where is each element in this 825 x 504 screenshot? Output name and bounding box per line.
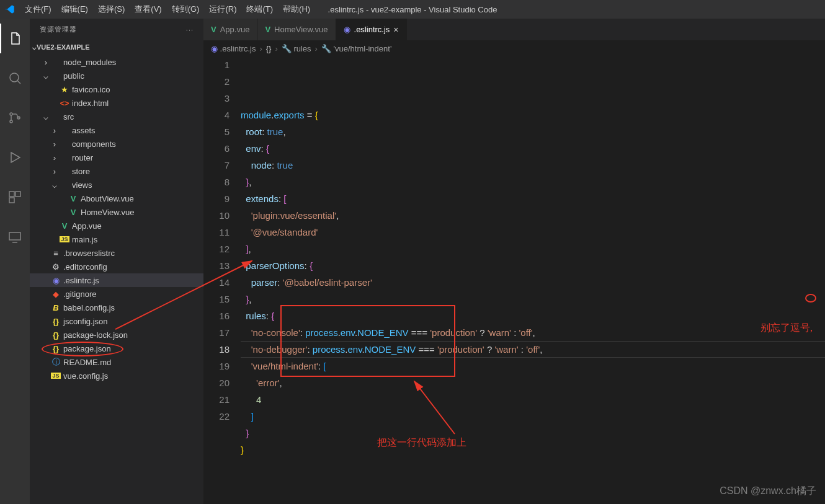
tree-node[interactable]: JSmain.js bbox=[30, 232, 203, 246]
line-number: 20 bbox=[203, 374, 230, 391]
close-icon[interactable]: × bbox=[393, 25, 398, 35]
search-icon[interactable] bbox=[0, 63, 30, 93]
menu-item[interactable]: 转到(G) bbox=[167, 1, 205, 17]
tree-node[interactable]: ›node_modules bbox=[30, 55, 203, 69]
twist-icon: › bbox=[50, 139, 60, 149]
project-header[interactable]: ⌵ VUE2-EXAMPLE bbox=[30, 40, 203, 54]
menu-item[interactable]: 文件(F) bbox=[20, 1, 56, 17]
tree-node[interactable]: ›router bbox=[30, 151, 203, 164]
code-line[interactable]: root: true, bbox=[241, 123, 825, 140]
tree-node[interactable]: ›components bbox=[30, 137, 203, 151]
line-number: 5 bbox=[203, 123, 230, 140]
svg-point-1 bbox=[10, 113, 12, 115]
line-number: 4 bbox=[203, 107, 230, 123]
tree-node[interactable]: ★favicon.ico bbox=[30, 82, 203, 96]
code-line[interactable]: } bbox=[241, 425, 825, 441]
tree-node[interactable]: ⚙.editorconfig bbox=[30, 260, 203, 273]
tree-node[interactable]: {}jsconfig.json bbox=[30, 314, 203, 328]
menu-item[interactable]: 编辑(E) bbox=[56, 1, 93, 17]
tree-node[interactable]: {}package-lock.json bbox=[30, 328, 203, 342]
menu-bar: 文件(F)编辑(E)选择(S)查看(V)转到(G)运行(R)终端(T)帮助(H) bbox=[20, 1, 315, 17]
tree-node[interactable]: JSvue.config.js bbox=[30, 369, 203, 382]
code-line[interactable]: 'vue/html-indent': [ bbox=[241, 358, 825, 374]
tree-label: .editorconfig bbox=[63, 262, 107, 272]
code-line[interactable]: ] bbox=[241, 408, 825, 425]
code-line[interactable]: '@vue/standard' bbox=[241, 224, 825, 241]
code-line[interactable]: } bbox=[241, 441, 825, 458]
editor-tab[interactable]: VApp.vue bbox=[203, 19, 257, 40]
tree-node[interactable]: VApp.vue bbox=[30, 219, 203, 232]
code-lines[interactable]: module.exports = { root: true, env: { no… bbox=[241, 56, 825, 504]
tree-label: src bbox=[63, 112, 74, 122]
code-line[interactable]: node: true bbox=[241, 157, 825, 174]
line-number: 2 bbox=[203, 73, 230, 90]
more-icon[interactable]: ··· bbox=[186, 26, 194, 33]
tree-node[interactable]: ⌵src bbox=[30, 110, 203, 123]
tree-node[interactable]: ⌵public bbox=[30, 69, 203, 82]
tree-node[interactable]: ≡.browserslistrc bbox=[30, 246, 203, 260]
tree-node[interactable]: ›assets bbox=[30, 123, 203, 137]
breadcrumb-item[interactable]: 🔧 rules bbox=[282, 44, 311, 53]
tab-label: .eslintrc.js bbox=[354, 25, 390, 34]
code-editor[interactable]: 12345678910111213141516171819202122 modu… bbox=[203, 56, 825, 504]
explorer-icon[interactable] bbox=[0, 24, 30, 53]
extensions-icon[interactable] bbox=[0, 182, 30, 212]
tree-label: README.md bbox=[63, 358, 111, 367]
sidebar: 资源管理器 ··· ⌵ VUE2-EXAMPLE ›node_modules⌵p… bbox=[30, 19, 203, 504]
tree-node[interactable]: {}package.json bbox=[30, 342, 203, 355]
menu-item[interactable]: 帮助(H) bbox=[278, 1, 315, 17]
code-line[interactable]: 'no-console': process.env.NODE_ENV === '… bbox=[241, 324, 825, 341]
tab-icon: ◉ bbox=[344, 25, 350, 34]
tab-icon: V bbox=[211, 25, 216, 34]
code-line[interactable]: extends: [ bbox=[241, 190, 825, 207]
tree-node[interactable]: ⓘREADME.md bbox=[30, 355, 203, 369]
code-line[interactable]: }, bbox=[241, 174, 825, 190]
code-line[interactable]: ], bbox=[241, 241, 825, 257]
tree-node[interactable]: ◉.eslintrc.js bbox=[30, 273, 203, 287]
code-line[interactable]: }, bbox=[241, 291, 825, 307]
code-line[interactable]: parser: '@babel/eslint-parser' bbox=[241, 274, 825, 291]
breadcrumb-item[interactable]: ◉ .eslintrc.js bbox=[211, 44, 256, 53]
source-control-icon[interactable] bbox=[0, 103, 30, 133]
title-bar: 文件(F)编辑(E)选择(S)查看(V)转到(G)运行(R)终端(T)帮助(H)… bbox=[0, 0, 825, 19]
twist-icon: › bbox=[50, 153, 60, 162]
tab-label: HomeView.vue bbox=[274, 25, 328, 34]
menu-item[interactable]: 终端(T) bbox=[241, 1, 278, 17]
tree-label: HomeView.vue bbox=[81, 208, 134, 217]
line-number: 16 bbox=[203, 307, 230, 324]
tree-label: App.vue bbox=[72, 221, 102, 231]
tree-node[interactable]: Bbabel.config.js bbox=[30, 301, 203, 314]
breadcrumb-item[interactable]: 🔧 'vue/html-indent' bbox=[321, 44, 391, 53]
code-line[interactable]: env: { bbox=[241, 140, 825, 157]
code-line[interactable]: rules: { bbox=[241, 307, 825, 324]
remote-icon[interactable] bbox=[0, 222, 30, 252]
tree-label: store bbox=[72, 167, 90, 176]
file-icon: ◉ bbox=[51, 276, 61, 285]
tree-node[interactable]: VHomeView.vue bbox=[30, 205, 203, 219]
tree-node[interactable]: ›store bbox=[30, 164, 203, 178]
file-icon: ★ bbox=[60, 85, 69, 94]
tree-label: node_modules bbox=[63, 58, 116, 67]
menu-item[interactable]: 选择(S) bbox=[93, 1, 130, 17]
tree-node[interactable]: ⌵views bbox=[30, 178, 203, 192]
breadcrumb[interactable]: ◉ .eslintrc.js›{} ›🔧 rules›🔧 'vue/html-i… bbox=[203, 40, 825, 56]
tree-label: index.html bbox=[72, 99, 109, 108]
tree-node[interactable]: VAboutView.vue bbox=[30, 192, 203, 205]
code-line[interactable]: 'no-debugger': process.env.NODE_ENV === … bbox=[241, 341, 825, 358]
tree-node[interactable]: ◆.gitignore bbox=[30, 287, 203, 301]
code-line[interactable]: 'error', bbox=[241, 374, 825, 391]
breadcrumb-item[interactable]: {} bbox=[266, 44, 272, 53]
menu-item[interactable]: 运行(R) bbox=[204, 1, 241, 17]
run-debug-icon[interactable] bbox=[0, 143, 30, 172]
editor-tab[interactable]: VHomeView.vue bbox=[257, 19, 336, 40]
twist-icon: ⌵ bbox=[41, 71, 51, 81]
line-gutter: 12345678910111213141516171819202122 bbox=[203, 56, 241, 504]
code-line[interactable]: module.exports = { bbox=[241, 107, 825, 123]
code-line[interactable]: 4 bbox=[241, 391, 825, 408]
editor-tab[interactable]: ◉.eslintrc.js× bbox=[336, 19, 407, 40]
tree-node[interactable]: <>index.html bbox=[30, 96, 203, 110]
menu-item[interactable]: 查看(V) bbox=[130, 1, 166, 17]
code-line[interactable]: 'plugin:vue/essential', bbox=[241, 207, 825, 224]
code-line[interactable]: parserOptions: { bbox=[241, 257, 825, 274]
svg-rect-4 bbox=[9, 192, 14, 197]
